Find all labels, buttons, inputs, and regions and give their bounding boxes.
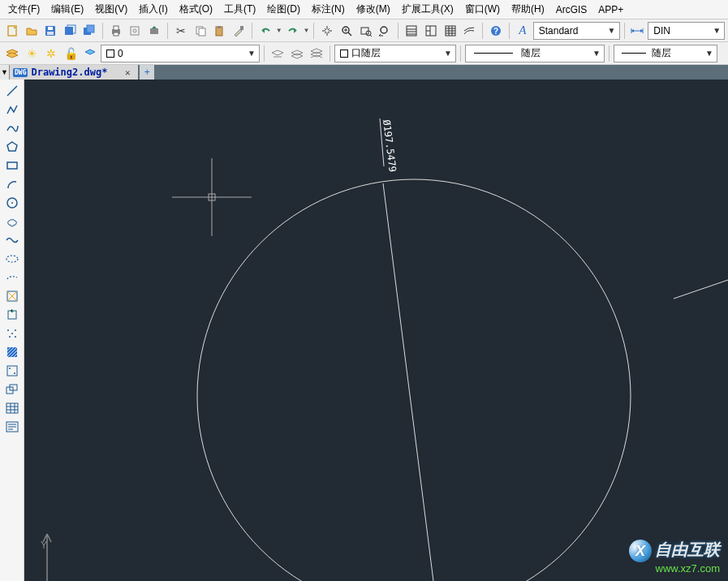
ellipse-tool[interactable] <box>3 250 21 268</box>
layermatch-button[interactable] <box>288 45 306 62</box>
menu-help[interactable]: 帮助(H) <box>508 1 548 18</box>
menu-annotate[interactable]: 标注(N) <box>308 1 348 18</box>
menu-edit[interactable]: 编辑(E) <box>48 1 87 18</box>
layer-select[interactable]: 0 ▼ <box>101 45 260 62</box>
matchprop-button[interactable] <box>230 22 248 40</box>
table-tool[interactable] <box>3 399 21 417</box>
menu-tool[interactable]: 工具(T) <box>221 1 259 18</box>
polyline-tool[interactable] <box>3 101 21 118</box>
gradient-tool[interactable] <box>3 362 21 380</box>
menu-bar: 文件(F) 编辑(E) 视图(V) 插入(I) 格式(O) 工具(T) 绘图(D… <box>0 0 728 19</box>
color-select[interactable]: 口随层 ▼ <box>334 45 456 62</box>
svg-line-25 <box>370 35 372 37</box>
svg-point-50 <box>11 202 13 204</box>
open-doc-button[interactable] <box>23 22 41 40</box>
toolpalette-button[interactable] <box>442 22 459 40</box>
polygon-tool[interactable] <box>3 138 21 156</box>
hatch-tool[interactable] <box>3 343 21 361</box>
svg-rect-65 <box>6 403 18 413</box>
pan-button[interactable] <box>318 22 336 40</box>
tab-menu-button[interactable]: ▼ <box>0 65 10 80</box>
textstyle-select[interactable]: Standard ▼ <box>533 22 620 40</box>
saveas-button[interactable] <box>61 22 79 40</box>
linetype-select[interactable]: 随层 ▼ <box>465 45 605 62</box>
layer-color-icon[interactable] <box>81 45 99 62</box>
dimstyle-select[interactable]: DIN ▼ <box>648 22 725 40</box>
separator <box>313 23 314 39</box>
svg-rect-48 <box>7 162 17 169</box>
menu-arcgis[interactable]: ArcGIS <box>553 2 591 17</box>
document-tab-active[interactable]: DWG Drawing2.dwg* ✕ <box>10 65 138 80</box>
svg-rect-18 <box>240 26 243 30</box>
close-tab-button[interactable]: ✕ <box>122 67 133 78</box>
new-doc-button[interactable] <box>3 22 21 40</box>
rectangle-tool[interactable] <box>3 157 21 174</box>
designcenter-button[interactable] <box>422 22 440 40</box>
separator <box>167 23 168 39</box>
region-tool[interactable] <box>3 381 21 398</box>
zoom-previous-button[interactable] <box>377 22 394 40</box>
chevron-down-icon: ▼ <box>248 49 256 58</box>
copy-button[interactable] <box>192 22 209 40</box>
linetype-preview <box>471 53 516 54</box>
document-tab-title: Drawing2.dwg* <box>31 67 107 78</box>
menu-format[interactable]: 格式(O) <box>176 1 216 18</box>
redo-button[interactable] <box>284 22 302 40</box>
menu-window[interactable]: 窗口(W) <box>462 1 503 18</box>
dimstyle-icon[interactable] <box>628 22 646 40</box>
donut-tool[interactable] <box>3 231 21 249</box>
layer-previous-button[interactable] <box>269 45 286 62</box>
svg-text:?: ? <box>493 27 498 36</box>
textstyle-icon[interactable]: A <box>514 22 532 40</box>
menu-modify[interactable]: 修改(M) <box>353 1 394 18</box>
layeriso-button[interactable] <box>308 45 325 62</box>
publish-button[interactable] <box>145 22 163 40</box>
separator <box>398 23 398 39</box>
svg-point-57 <box>9 336 11 338</box>
menu-view[interactable]: 视图(V) <box>92 1 131 18</box>
insertblock-tool[interactable] <box>3 306 21 324</box>
arc-tool[interactable] <box>3 175 21 193</box>
layer-lock-icon[interactable]: 🔓 <box>62 45 80 62</box>
save-button[interactable] <box>42 22 60 40</box>
menu-ext[interactable]: 扩展工具(X) <box>398 1 457 18</box>
sheetset-button[interactable] <box>461 22 479 40</box>
zoom-realtime-button[interactable] <box>338 22 355 40</box>
lineweight-value: 随层 <box>652 46 671 60</box>
menu-draw[interactable]: 绘图(D) <box>264 1 304 18</box>
mtext-tool[interactable] <box>3 418 21 436</box>
zoom-window-button[interactable] <box>357 22 375 40</box>
undo-dropdown[interactable]: ▼ <box>276 27 282 34</box>
circle-tool[interactable] <box>3 194 21 212</box>
svg-point-58 <box>15 336 16 338</box>
svg-line-20 <box>348 32 351 36</box>
svg-rect-9 <box>114 26 118 30</box>
saveall-button[interactable] <box>80 22 98 40</box>
point-tool[interactable] <box>3 325 21 342</box>
help-button[interactable]: ? <box>487 22 505 40</box>
print-button[interactable] <box>107 22 125 40</box>
layer-freeze-icon[interactable]: ✲ <box>42 45 60 62</box>
canvas-svg: Ø197.5479 Y <box>24 80 728 581</box>
menu-insert[interactable]: 插入(I) <box>136 1 170 18</box>
lineweight-select[interactable]: 随层 ▼ <box>614 45 717 62</box>
menu-file[interactable]: 文件(F) <box>5 1 43 18</box>
layer-on-icon[interactable]: ☀ <box>23 45 41 62</box>
undo-button[interactable] <box>256 22 274 40</box>
new-tab-button[interactable]: + <box>140 65 154 80</box>
ellipsearc-tool[interactable] <box>3 269 21 286</box>
svg-rect-15 <box>199 28 205 36</box>
cut-button[interactable]: ✂ <box>172 22 190 40</box>
line-tool[interactable] <box>3 82 21 100</box>
spline-tool[interactable] <box>3 119 21 137</box>
properties-button[interactable] <box>403 22 420 40</box>
revcloud-tool[interactable] <box>3 213 21 230</box>
menu-app[interactable]: APP+ <box>595 2 627 17</box>
drawing-canvas[interactable]: Ø197.5479 Y X自由互联 www.xz7.com <box>24 80 728 581</box>
svg-rect-3 <box>47 32 54 35</box>
plot-preview-button[interactable] <box>126 22 144 40</box>
redo-dropdown[interactable]: ▼ <box>303 27 309 34</box>
paste-button[interactable] <box>210 22 228 40</box>
block-tool[interactable] <box>3 287 21 305</box>
layerprops-button[interactable] <box>3 45 21 62</box>
